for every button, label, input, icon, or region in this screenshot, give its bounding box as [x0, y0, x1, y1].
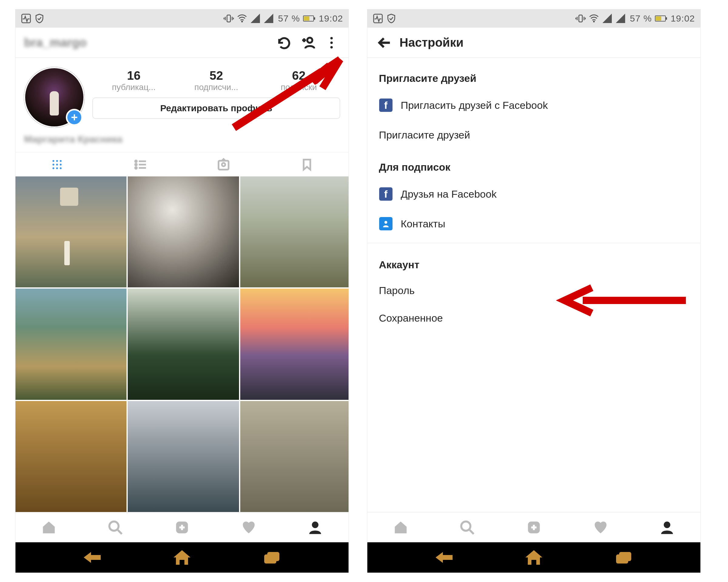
stat-followers-count: 52 — [175, 69, 258, 82]
tab-grid[interactable] — [16, 153, 99, 176]
instagram-bottom-nav — [16, 512, 348, 542]
nav-home[interactable] — [16, 512, 82, 542]
photo-thumbnail[interactable] — [128, 401, 239, 512]
more-vertical-icon — [330, 37, 333, 49]
clock: 19:02 — [671, 13, 695, 24]
discover-people-icon[interactable] — [300, 34, 316, 51]
svg-marker-50 — [525, 550, 542, 565]
display-name: Маргарита Красника — [16, 134, 348, 152]
signal-1-icon — [250, 13, 261, 24]
instagram-bottom-nav — [367, 512, 700, 542]
contacts-icon — [379, 217, 393, 231]
stat-posts[interactable]: 16 публикац... — [93, 69, 175, 92]
row-invite-facebook[interactable]: f Пригласить друзей с Facebook — [367, 90, 700, 120]
android-recents-button[interactable] — [611, 548, 635, 567]
nav-add[interactable] — [500, 512, 567, 542]
svg-point-14 — [135, 164, 137, 166]
svg-point-19 — [222, 163, 225, 166]
back-button[interactable] — [376, 34, 393, 51]
row-saved[interactable]: Сохраненное — [367, 304, 700, 332]
nav-profile[interactable] — [634, 512, 700, 542]
stat-followers-label: подписчи... — [175, 82, 258, 92]
battery-icon — [303, 16, 314, 22]
row-contacts[interactable]: Контакты — [367, 209, 700, 239]
battery-icon — [655, 16, 666, 22]
list-icon — [134, 158, 147, 171]
shield-icon — [34, 13, 45, 24]
stat-following[interactable]: 62 подписки — [258, 69, 340, 92]
svg-point-43 — [461, 521, 470, 530]
options-menu-button[interactable] — [323, 34, 340, 51]
phone-settings: 57 % 19:02 Настройки Пригласите друзей f… — [367, 9, 701, 573]
svg-marker-27 — [174, 550, 190, 565]
row-password[interactable]: Пароль — [367, 277, 700, 304]
username-dropdown[interactable]: bra_margo — [24, 36, 87, 49]
tab-list[interactable] — [99, 153, 182, 176]
heart-icon — [593, 520, 608, 535]
svg-point-6 — [241, 21, 242, 22]
photo-thumbnail[interactable] — [16, 401, 127, 512]
svg-rect-1 — [227, 15, 230, 22]
edit-profile-button[interactable]: Редактировать профиль — [93, 98, 340, 119]
row-invite-friends[interactable]: Пригласите друзей — [367, 120, 700, 150]
svg-point-20 — [109, 521, 119, 530]
android-recents-button[interactable] — [259, 548, 284, 567]
photo-thumbnail[interactable] — [240, 176, 348, 287]
nav-search[interactable] — [82, 512, 149, 542]
nav-activity[interactable] — [567, 512, 634, 542]
photo-thumbnail[interactable] — [240, 401, 348, 512]
nav-add[interactable] — [149, 512, 215, 542]
android-back-button[interactable] — [81, 548, 105, 567]
android-home-button[interactable] — [522, 548, 546, 567]
settings-list[interactable]: Пригласите друзей f Пригласить друзей с … — [367, 58, 700, 512]
svg-point-25 — [312, 521, 318, 528]
clock: 19:02 — [319, 13, 343, 24]
stat-followers[interactable]: 52 подписчи... — [175, 69, 258, 92]
nav-search[interactable] — [434, 512, 501, 542]
section-invite-friends: Пригласите друзей — [367, 61, 700, 90]
row-label: Контакты — [401, 218, 445, 230]
nav-home[interactable] — [367, 512, 434, 542]
svg-marker-8 — [264, 14, 273, 23]
photo-thumbnail[interactable] — [128, 288, 239, 399]
settings-header: Настройки — [367, 28, 700, 58]
avatar-wrap[interactable]: + — [24, 67, 85, 128]
section-account: Аккаунт — [367, 247, 700, 277]
home-icon — [393, 520, 409, 535]
status-bar: 57 % 19:02 — [367, 9, 700, 28]
recents-icon — [262, 549, 281, 566]
activity-icon — [21, 13, 31, 24]
android-back-button[interactable] — [433, 548, 457, 567]
add-story-badge[interactable]: + — [66, 109, 83, 126]
back-icon — [435, 549, 454, 566]
photo-grid — [16, 176, 348, 512]
signal-2-icon — [616, 13, 626, 24]
stat-posts-label: публикац... — [93, 82, 175, 92]
home-icon — [172, 549, 192, 566]
activity-icon — [373, 13, 383, 24]
svg-line-21 — [118, 530, 122, 534]
profile-icon — [307, 520, 323, 535]
heart-icon — [241, 520, 257, 535]
nav-activity[interactable] — [215, 512, 282, 542]
battery-percent: 57 % — [630, 13, 652, 24]
photo-thumbnail[interactable] — [128, 176, 239, 287]
signal-2-icon — [264, 13, 274, 24]
row-facebook-friends[interactable]: f Друзья на Facebook — [367, 179, 700, 209]
facebook-icon: f — [379, 98, 393, 112]
tab-saved[interactable] — [265, 153, 349, 176]
archive-icon[interactable] — [276, 34, 293, 51]
arrow-left-icon — [378, 36, 391, 49]
photo-thumbnail[interactable] — [16, 176, 127, 287]
svg-marker-7 — [251, 14, 259, 23]
nav-profile[interactable] — [282, 512, 348, 542]
tab-tagged[interactable] — [182, 153, 265, 176]
svg-point-16 — [135, 167, 137, 169]
android-home-button[interactable] — [170, 548, 194, 567]
photo-thumbnail[interactable] — [16, 288, 127, 399]
stat-posts-count: 16 — [93, 69, 175, 82]
photo-thumbnail[interactable] — [240, 288, 348, 399]
signal-1-icon — [602, 13, 613, 24]
vibrate-icon — [575, 13, 586, 24]
profile-summary: + 16 публикац... 52 подписчи... 62 подпи… — [16, 58, 348, 134]
